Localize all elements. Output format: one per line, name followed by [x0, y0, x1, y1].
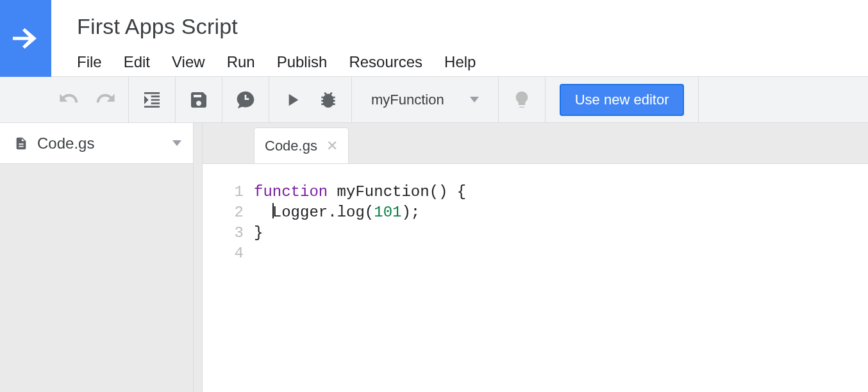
redo-icon [95, 90, 115, 110]
file-sidebar: Code.gs [0, 123, 194, 392]
menu-publish[interactable]: Publish [277, 53, 328, 71]
save-icon [188, 90, 209, 110]
debug-button[interactable] [310, 82, 346, 118]
tabstrip: Code.gs ✕ [203, 123, 868, 164]
chevron-down-icon [470, 97, 479, 102]
code-content[interactable]: function myFunction() { Logger.log(101);… [254, 164, 466, 392]
header: First Apps Script File Edit View Run Pub… [0, 0, 868, 77]
use-new-editor-button[interactable]: Use new editor [560, 84, 685, 116]
toolbar: myFunction Use new editor [0, 77, 868, 123]
tab-label: Code.gs [265, 138, 317, 154]
run-button[interactable] [274, 82, 310, 118]
menu-file[interactable]: File [77, 53, 102, 71]
function-selector[interactable]: myFunction [357, 92, 493, 108]
file-name: Code.gs [37, 135, 163, 152]
hint-button[interactable] [504, 82, 540, 118]
lightbulb-icon [512, 90, 532, 110]
undo-button[interactable] [51, 82, 87, 118]
menubar: File Edit View Run Publish Resources Hel… [77, 53, 476, 71]
menu-view[interactable]: View [172, 53, 205, 71]
indent-icon [142, 90, 162, 110]
menu-edit[interactable]: Edit [124, 53, 150, 71]
file-row[interactable]: Code.gs [0, 123, 193, 164]
function-selector-label: myFunction [371, 92, 444, 108]
close-icon[interactable]: ✕ [326, 138, 338, 154]
editor-pane: Code.gs ✕ 1234 function myFunction() { L… [203, 123, 868, 392]
undo-icon [59, 90, 79, 110]
code-editor[interactable]: 1234 function myFunction() { Logger.log(… [203, 164, 868, 392]
project-title[interactable]: First Apps Script [77, 14, 476, 39]
editor-tab[interactable]: Code.gs ✕ [254, 127, 349, 163]
clock-chat-icon [235, 90, 256, 110]
gutter [194, 123, 203, 392]
line-numbers: 1234 [203, 164, 254, 392]
chevron-down-icon[interactable] [172, 140, 181, 146]
save-button[interactable] [181, 82, 217, 118]
arrow-right-icon [6, 19, 45, 58]
indent-button[interactable] [134, 82, 170, 118]
file-icon [14, 135, 28, 152]
menu-resources[interactable]: Resources [349, 53, 422, 71]
triggers-button[interactable] [228, 82, 263, 118]
bug-icon [318, 90, 338, 110]
menu-run[interactable]: Run [227, 53, 255, 71]
menu-help[interactable]: Help [444, 53, 476, 71]
redo-button[interactable] [87, 82, 123, 118]
app-logo [0, 0, 51, 77]
play-icon [282, 90, 303, 110]
main: Code.gs Code.gs ✕ 1234 function myFuncti… [0, 123, 868, 392]
